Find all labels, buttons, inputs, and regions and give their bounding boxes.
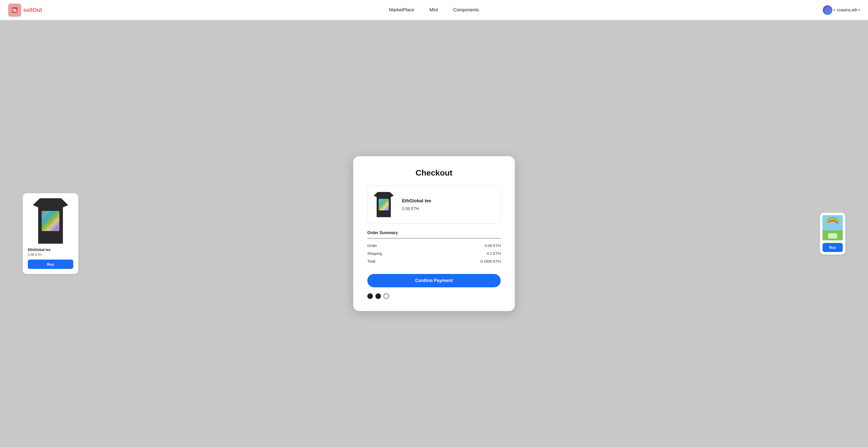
logo[interactable]: 🛍 sellOut [8, 3, 42, 16]
step-dot-1 [367, 294, 373, 299]
nav-components[interactable]: Components [453, 7, 479, 12]
product-info: EthGlobal tee 0.08 ETH [402, 198, 494, 211]
bg-left-product-name: EthGlobal tee [28, 248, 73, 252]
bg-left-product-price: 0.08 ETH [28, 253, 73, 256]
order-label-order: Order [367, 243, 377, 248]
svg-text:🛍: 🛍 [12, 8, 17, 13]
order-value-total: 0.1800 ETH [480, 259, 501, 263]
wallet-address-dropdown[interactable]: craisins.eth ▾ [837, 8, 860, 12]
confirm-payment-button[interactable]: Confirm Payment [367, 274, 501, 287]
order-label-total: Total [367, 259, 375, 263]
wallet-avatar [823, 5, 832, 15]
order-value-shipping: 0.1 ETH [487, 251, 501, 255]
navbar-right: ▾ craisins.eth ▾ [823, 5, 860, 15]
modal-product-card: EthGlobal tee 0.08 ETH [367, 186, 501, 224]
bg-product-card-right: Buy [820, 213, 845, 254]
order-summary-title: Order Summary [367, 231, 501, 235]
nav-mint[interactable]: Mint [430, 7, 438, 12]
logo-text: sellOut [23, 7, 42, 13]
avatar-chevron-icon: ▾ [833, 8, 835, 12]
modal-product-name: EthGlobal tee [402, 198, 494, 204]
wallet-chevron-icon: ▾ [859, 8, 860, 12]
bg-product-card-left: EthGlobal tee 0.08 ETH Buy [23, 193, 78, 274]
order-row-order: Order 0.08 ETH [367, 243, 501, 248]
order-label-shipping: Shipping [367, 251, 382, 255]
checkout-modal: Checkout EthGlobal tee 0.08 ETH Order Su… [353, 156, 515, 311]
navbar-nav: MarketPlace Mint Components [389, 7, 479, 12]
order-divider [367, 238, 501, 238]
bg-left-buy-button[interactable]: Buy [28, 260, 73, 269]
product-thumbnail [374, 192, 394, 217]
nav-marketplace[interactable]: MarketPlace [389, 7, 414, 12]
navbar: 🛍 sellOut MarketPlace Mint Components [0, 0, 868, 20]
tshirt-image-left [33, 198, 68, 244]
logo-icon: 🛍 [8, 3, 21, 16]
step-dots [367, 294, 501, 299]
order-value-order: 0.08 ETH [485, 243, 501, 248]
order-row-total: Total 0.1800 ETH [367, 259, 501, 263]
bg-right-buy-button[interactable]: Buy [823, 243, 843, 252]
step-dot-3 [383, 294, 389, 299]
modal-product-price: 0.08 ETH [402, 207, 494, 211]
page-background: EthGlobal tee 0.08 ETH Buy Buy Checkout … [0, 20, 868, 447]
svg-point-2 [825, 7, 831, 13]
step-dot-2 [375, 294, 381, 299]
wallet-avatar-dropdown[interactable]: ▾ [823, 5, 835, 15]
modal-title: Checkout [367, 168, 501, 178]
rainbow-shirt-image [823, 215, 843, 240]
wallet-address-label: craisins.eth [837, 8, 858, 12]
rainbow-arc [826, 220, 839, 227]
order-row-shipping: Shipping 0.1 ETH [367, 251, 501, 255]
order-summary-section: Order Summary Order 0.08 ETH Shipping 0.… [367, 231, 501, 263]
